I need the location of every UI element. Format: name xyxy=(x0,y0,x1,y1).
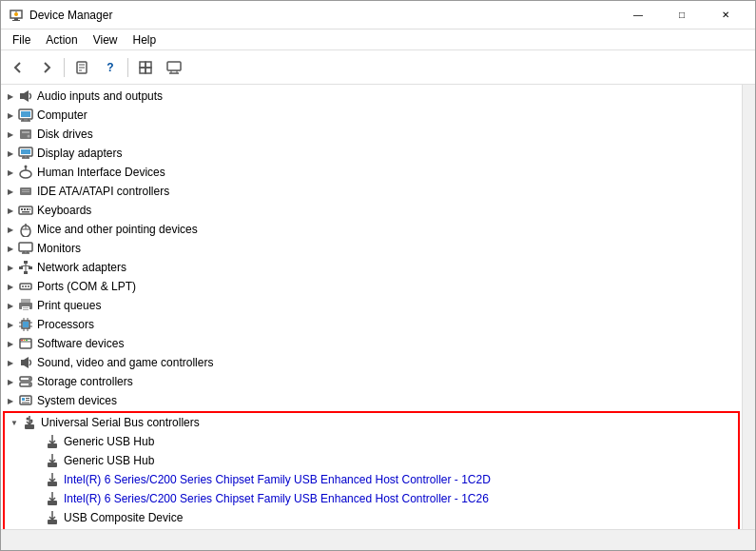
tree-item-usb[interactable]: ▼ Universal Serial Bus controllers xyxy=(5,413,738,432)
tree-item-ide[interactable]: ▶ IDE ATA/ATAPI controllers xyxy=(1,182,742,201)
network-icon xyxy=(18,260,33,275)
tree-item-usb-composite[interactable]: ▶ USB Composite Device xyxy=(5,508,738,527)
menu-file[interactable]: File xyxy=(5,31,38,49)
svg-rect-95 xyxy=(25,424,34,429)
keyboard-icon xyxy=(18,203,33,218)
network-label: Network adapters xyxy=(35,261,126,274)
maximize-button[interactable]: □ xyxy=(660,1,704,30)
svg-rect-43 xyxy=(22,211,29,213)
monitor-button[interactable] xyxy=(161,54,187,81)
scan-icon xyxy=(139,61,152,74)
computer-icon xyxy=(18,108,33,123)
svg-rect-55 xyxy=(24,271,28,274)
tree-item-display[interactable]: ▶ Display adapters xyxy=(1,144,742,163)
device-manager-window: Device Manager ― □ ✕ File Action View He… xyxy=(0,0,756,551)
tree-item-usb-hub1[interactable]: ▶ Generic USB Hub xyxy=(5,432,738,451)
monitors-label: Monitors xyxy=(35,242,81,255)
svg-rect-42 xyxy=(29,208,30,210)
svg-rect-100 xyxy=(48,482,57,486)
svg-rect-91 xyxy=(22,398,25,401)
svg-rect-36 xyxy=(22,189,29,190)
back-button[interactable] xyxy=(5,54,31,81)
tree-item-storage[interactable]: ▶ Storage controllers xyxy=(1,372,742,391)
menu-view[interactable]: View xyxy=(86,31,126,49)
svg-rect-101 xyxy=(48,501,57,505)
usb-controller-icon xyxy=(22,415,37,430)
tree-item-usb-intel2[interactable]: ▶ Intel(R) 6 Series/C200 Series Chipset … xyxy=(5,489,738,508)
tree-item-ports[interactable]: ▶ Ports (COM & LPT) xyxy=(1,277,742,296)
svg-rect-98 xyxy=(48,443,57,448)
usb-hub2-label: Generic USB Hub xyxy=(62,454,154,467)
tree-item-computer[interactable]: ▶ Computer xyxy=(1,106,742,125)
tree-item-processors[interactable]: ▶ Processors xyxy=(1,315,742,334)
tree-item-mice[interactable]: ▶ Mice and other pointing devices xyxy=(1,220,742,239)
back-icon xyxy=(11,61,25,74)
svg-rect-68 xyxy=(23,309,29,310)
svg-point-62 xyxy=(25,285,27,287)
expand-arrow-hid: ▶ xyxy=(5,168,16,177)
usb-device-icon-intel2 xyxy=(45,491,60,506)
svg-point-32 xyxy=(20,170,31,178)
ports-label: Ports (COM & LPT) xyxy=(35,280,136,293)
svg-point-82 xyxy=(24,340,26,342)
forward-button[interactable] xyxy=(33,54,60,81)
svg-point-83 xyxy=(26,340,28,342)
svg-rect-23 xyxy=(21,111,30,117)
tree-item-keyboards[interactable]: ▶ Keyboards xyxy=(1,201,742,220)
usb-device-icon-composite xyxy=(45,510,60,525)
tree-item-audio[interactable]: ▶ Audio inputs and outputs xyxy=(1,87,742,106)
window-title: Device Manager xyxy=(29,9,112,22)
svg-rect-13 xyxy=(167,62,181,70)
tree-item-monitors[interactable]: ▶ Monitors xyxy=(1,239,742,258)
audio-icon xyxy=(18,89,33,104)
menu-action[interactable]: Action xyxy=(38,31,85,49)
svg-rect-40 xyxy=(24,208,26,210)
tree-item-sound[interactable]: ▶ Sound, video and game controllers xyxy=(1,353,742,372)
tree-item-usb-intel1[interactable]: ▶ Intel(R) 6 Series/C200 Series Chipset … xyxy=(5,470,738,489)
expand-arrow-print: ▶ xyxy=(5,302,16,310)
svg-rect-24 xyxy=(20,129,31,139)
app-icon xyxy=(9,8,24,23)
minimize-button[interactable]: ― xyxy=(616,1,660,30)
tree-item-system[interactable]: ▶ System devices xyxy=(1,391,742,410)
title-bar: Device Manager ― □ ✕ xyxy=(1,1,755,30)
print-label: Print queues xyxy=(35,299,101,312)
status-bar xyxy=(1,529,755,550)
expand-arrow-software: ▶ xyxy=(5,340,16,348)
svg-rect-102 xyxy=(48,520,57,524)
tree-item-network[interactable]: ▶ Network adapters xyxy=(1,258,742,277)
svg-rect-53 xyxy=(19,266,23,269)
title-bar-left: Device Manager xyxy=(9,8,112,23)
usb-highlighted-section: ▼ Universal Serial Bus controllers ▶ xyxy=(3,411,740,529)
tree-item-software[interactable]: ▶ Software devices xyxy=(1,334,742,353)
tree-item-disk[interactable]: ▶ Disk drives xyxy=(1,125,742,144)
tree-item-print[interactable]: ▶ Print queues xyxy=(1,296,742,315)
svg-rect-10 xyxy=(145,62,151,68)
hid-label: Human Interface Devices xyxy=(35,166,165,179)
svg-line-57 xyxy=(21,266,26,266)
expand-arrow-system: ▶ xyxy=(5,397,16,405)
svg-line-58 xyxy=(26,266,30,266)
close-button[interactable]: ✕ xyxy=(704,1,747,30)
usb-composite-label: USB Composite Device xyxy=(62,511,183,524)
menu-help[interactable]: Help xyxy=(126,31,165,49)
device-tree[interactable]: ▶ Audio inputs and outputs ▶ Computer xyxy=(1,85,742,529)
disk-icon xyxy=(18,127,33,142)
software-icon xyxy=(18,336,33,351)
properties-button[interactable] xyxy=(68,54,95,81)
tree-item-hid[interactable]: ▶ Human Interface Devices xyxy=(1,163,742,182)
svg-rect-25 xyxy=(22,131,29,133)
tree-item-usb-hub2[interactable]: ▶ Generic USB Hub xyxy=(5,451,738,470)
expand-arrow-keyboards: ▶ xyxy=(5,207,16,215)
toolbar-separator-2 xyxy=(127,58,128,77)
sound-label: Sound, video and game controllers xyxy=(35,356,213,369)
help-button[interactable]: ? xyxy=(97,54,124,81)
right-panel xyxy=(742,85,755,529)
expand-arrow-usb: ▼ xyxy=(9,419,20,427)
svg-point-96 xyxy=(27,418,29,421)
scan-button[interactable] xyxy=(132,54,159,81)
svg-point-61 xyxy=(22,285,24,287)
keyboards-label: Keyboards xyxy=(35,204,91,217)
svg-rect-84 xyxy=(21,360,24,365)
svg-point-89 xyxy=(29,384,30,385)
